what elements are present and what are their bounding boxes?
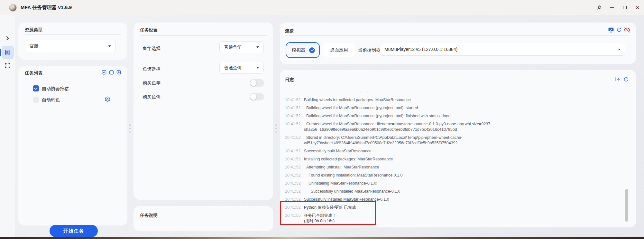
task-description-title: 任务说明 [140,213,158,218]
connection-title: 连接 [285,28,294,34]
emulator-mode-label: 模拟器 [292,47,305,53]
edit-controller-icon[interactable] [608,27,614,34]
disconnect-icon[interactable] [624,27,630,34]
divider [25,34,121,35]
connection-panel: 连接 模拟器 桌面应用 当前控制器 MuMuPlayer12 v5 (127.0… [280,23,636,64]
refresh-connection-icon[interactable] [616,27,622,34]
log-entry: 10:41:52Successfully built MaaStarResona… [285,148,623,154]
task-list-title: 任务列表 [25,70,42,76]
refresh-log-icon[interactable] [623,77,629,83]
buy-rod-label: 购买鱼竿 [143,80,161,86]
buy-bait-toggle[interactable] [250,93,264,100]
panel-splitter-handle[interactable] [275,124,277,133]
controller-select[interactable]: MuMuPlayer12 v5 (127.0.0.1:16384) [380,43,625,56]
log-entry: 10:41:52 Attempting uninstall: MaaStarRe… [285,165,623,170]
pin-window-button[interactable] [593,0,605,15]
rod-select-value: 普通鱼竿 [224,44,242,50]
titlebar: MFA 任务管理器 v1.6.9 ✕ [0,0,644,15]
chevron-down-icon [618,49,621,50]
bait-select-value: 普通鱼饵 [224,65,242,71]
chevron-down-icon [108,45,111,47]
add-task-button[interactable] [116,70,122,76]
desktop-mode-button[interactable]: 桌面应用 [323,43,355,57]
log-entry: 10:41:52 Successfully uninstalled MaaSta… [285,189,623,194]
divider [25,78,121,78]
maximize-icon [623,6,627,9]
log-scrollbar-thumb[interactable] [625,189,628,222]
app-icon [9,4,17,12]
task-label[interactable]: 自动协会狩猎 [42,86,69,92]
task-description-panel: 任务说明 [133,206,273,231]
close-icon: ✕ [636,5,640,10]
log-entry: 10:41:52Building wheels for collected pa… [285,97,623,103]
controller-select-value: MuMuPlayer12 v5 (127.0.0.1:16384) [384,47,457,52]
task-settings-gear-icon[interactable] [105,96,110,103]
task-settings-title: 任务设置 [140,27,158,33]
minimize-icon [610,7,614,8]
buy-rod-toggle[interactable] [250,79,264,87]
bait-select[interactable]: 普通鱼饵 [219,62,264,74]
log-entry: 10:41:52 Building wheel for MaaStarReson… [285,113,623,119]
resource-type-panel: 资源类型 官服 [18,23,127,60]
divider [285,85,630,85]
task-label[interactable]: 自动钓鱼 [42,97,60,103]
server-select[interactable]: 官服 [25,40,116,52]
desktop-mode-label: 桌面应用 [330,47,348,53]
toggle-knob [250,80,256,86]
task-settings-panel: 任务设置 鱼竿选择 普通鱼竿 鱼饵选择 普通鱼饵 购买鱼竿 购买鱼饵 [133,23,273,200]
maximize-button[interactable] [618,0,631,15]
start-tasks-button[interactable]: 开始任务 [50,225,98,237]
emulator-mode-button[interactable]: 模拟器 [286,42,320,58]
log-entry: 10:41:52Installing collected packages: M… [285,157,623,162]
log-entry: 10:41:52 Found existing installation: Ma… [285,173,623,178]
close-button[interactable]: ✕ [631,0,644,15]
chevron-down-icon [256,46,259,48]
start-tasks-label: 开始任务 [63,228,84,234]
divider [285,35,630,36]
log-entry: 10:41:52 Stored in directory: C:\Users\S… [285,135,623,146]
log-title: 日志 [285,77,294,83]
divider [140,35,267,36]
log-entry: 10:41:52 Uninstalling MaaStarResonance-0… [285,181,623,186]
desktop-wallpaper-edge [0,237,644,239]
scroll-to-end-icon[interactable] [615,76,621,83]
task-checkbox-unchecked[interactable] [33,97,39,103]
toggle-knob [250,94,256,100]
completion-highlight-box [280,201,376,225]
divider [139,221,267,221]
deselect-all-tasks-button[interactable] [109,70,114,76]
buy-bait-label: 购买鱼饵 [143,94,161,100]
log-entry: 10:41:52 Created wheel for MaaStarResona… [285,121,623,132]
app-window: MFA 任务管理器 v1.6.9 ✕ 资源类型 官服 任务列表 [0,0,644,239]
log-entry: 10:41:52 Building wheel for MaaStarReson… [285,105,623,111]
bait-select-label: 鱼饵选择 [143,66,161,72]
rod-select-label: 鱼竿选择 [143,46,161,52]
resource-type-title: 资源类型 [25,27,42,33]
rod-select[interactable]: 普通鱼竿 [219,41,264,53]
app-title: MFA 任务管理器 v1.6.9 [21,5,72,11]
minimize-button[interactable] [605,0,618,15]
left-rail [0,15,15,239]
selected-check-badge [308,46,316,54]
task-checkbox-checked[interactable] [33,85,39,91]
select-all-tasks-button[interactable] [101,70,107,76]
expand-sidebar-button[interactable] [0,34,15,42]
clipped-log-line: · · · [354,91,369,94]
screenshot-frame-nav-icon[interactable] [0,62,15,69]
panel-splitter-handle[interactable] [129,124,131,133]
server-select-value: 官服 [30,43,38,49]
task-list-nav-icon[interactable] [0,49,15,56]
current-controller-label: 当前控制器 [358,47,381,53]
task-list-panel: 任务列表 自动协会狩猎 自动钓鱼 [18,66,127,225]
chevron-down-icon [256,67,259,69]
